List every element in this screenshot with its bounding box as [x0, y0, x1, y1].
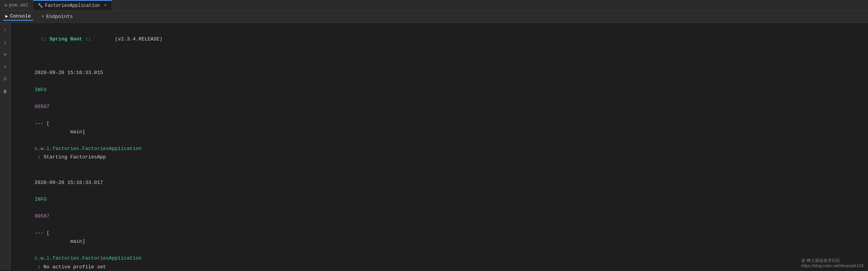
log2-pid: 80587: [35, 213, 50, 219]
down-arrow-icon: ↓: [3, 39, 6, 45]
log1-pid: 80587: [35, 104, 50, 110]
log1-class: c.w.l.factories.FactoriesApplication: [35, 146, 142, 152]
log1-thread: main]: [35, 129, 85, 135]
print-icon: ⎙: [4, 77, 6, 81]
log2-datetime: 2020-09-20 15:16:33.017: [35, 180, 103, 186]
pom-icon: m: [5, 3, 7, 8]
log-line-1: 2020-09-20 15:16:33.015 INFO 80587 --- […: [17, 60, 862, 170]
log1-level: INFO: [35, 87, 46, 93]
endpoints-icon: ⚡: [42, 14, 44, 19]
log-line-2: 2020-09-20 15:16:33.017 INFO 80587 --- […: [17, 170, 862, 271]
console-icon: ▶: [5, 13, 8, 19]
scroll-up-btn[interactable]: ↑: [1, 26, 10, 34]
log1-sep: --- [: [35, 121, 50, 126]
log2-message: : No active profile set: [35, 264, 106, 270]
filter-icon: ≡: [4, 52, 6, 57]
console-label: Console: [10, 13, 31, 19]
factories-tab[interactable]: 🔧 FactoriesApplication ×: [33, 0, 112, 10]
log2-sep: --- [: [35, 230, 50, 236]
console-tab-btn[interactable]: ▶ Console: [3, 13, 33, 21]
blank-line-1: [17, 52, 862, 60]
download-btn[interactable]: ⬇: [1, 63, 10, 71]
watermark-blog: @ 稀土掘金技术社区: [801, 258, 863, 263]
spring-boot-banner: :: Spring Boot :: (v2.3.4.RELEASE): [17, 27, 862, 52]
up-arrow-icon: ↑: [3, 27, 6, 33]
log2-thread: main]: [35, 239, 85, 244]
pom-tab[interactable]: m pom.xml: [0, 0, 33, 10]
trash-icon: 🗑: [3, 89, 7, 94]
clear-btn[interactable]: 🗑: [1, 87, 10, 95]
spring-boot-version: (v2.3.4.RELEASE): [91, 36, 162, 42]
run-toolbar: ▶ Console ⚡ Endpoints: [0, 11, 868, 23]
log1-datetime: 2020-09-20 15:16:33.015: [35, 70, 103, 76]
watermark: @ 稀土掘金技术社区 https://blog.csdn.net/dieaixi…: [801, 258, 863, 268]
factories-tab-label: FactoriesApplication: [45, 3, 100, 8]
console-area: ↑ ↓ ≡ ⬇ ⎙ 🗑 :: Spring Boot :: (v2.3.4.RE…: [0, 23, 868, 270]
scroll-down-btn[interactable]: ↓: [1, 38, 10, 47]
watermark-url: https://blog.csdn.net/dieaixia5129: [801, 263, 863, 268]
log2-level: INFO: [35, 197, 46, 202]
factories-tab-icon: 🔧: [38, 3, 43, 8]
console-output: :: Spring Boot :: (v2.3.4.RELEASE) 2020-…: [11, 23, 868, 270]
pom-tab-label: pom.xml: [9, 3, 28, 8]
endpoints-label: Endpoints: [46, 14, 73, 19]
log1-message: : Starting FactoriesApp: [35, 154, 106, 160]
print-btn[interactable]: ⎙: [1, 75, 10, 83]
side-controls: ↑ ↓ ≡ ⬇ ⎙ 🗑: [0, 23, 11, 270]
file-tabs: m pom.xml 🔧 FactoriesApplication ×: [0, 0, 868, 11]
download-icon: ⬇: [4, 65, 6, 69]
filter-btn[interactable]: ≡: [1, 50, 10, 59]
endpoints-tab-btn[interactable]: ⚡ Endpoints: [39, 13, 75, 20]
factories-tab-close[interactable]: ×: [104, 3, 107, 8]
log2-class: c.w.l.factories.FactoriesApplication: [35, 255, 142, 261]
spring-boot-label: :: Spring Boot ::: [40, 36, 91, 42]
